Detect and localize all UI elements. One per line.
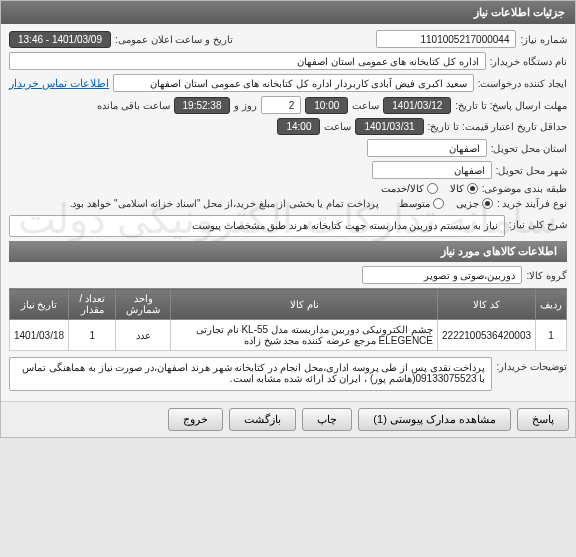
deadline-date: 1401/03/12 [383,97,451,114]
radio-partial-label: جزیی [456,198,479,209]
days-label: روز و [234,100,257,111]
th-row: ردیف [536,289,567,320]
back-button[interactable]: بازگشت [229,408,296,431]
radio-partial[interactable]: جزیی [456,198,493,209]
cell-qty: 1 [69,320,116,351]
desc-value: نیاز به سیستم دوربین مداربسته جهت کتابخا… [9,215,505,237]
notes-value: پرداخت نقدی پس از طی پروسه اداری،محل انج… [9,357,492,391]
city-value: اصفهان [372,161,492,179]
radio-dot-icon [427,183,438,194]
requester-value: سعید اکبری فیض آبادی کاربردار اداره کل ک… [113,74,474,92]
radio-goods-label: کالا [450,183,464,194]
cell-code: 2222100536420003 [438,320,536,351]
contact-link[interactable]: اطلاعات تماس خریدار [9,77,109,90]
group-label: گروه کالا: [526,270,567,281]
group-value: دوربین،صوتی و تصویر [362,266,522,284]
buy-note: پرداخت تمام یا بخشی از مبلغ خرید،از محل … [70,198,379,209]
announce-label: تاریخ و ساعت اعلان عمومی: [115,34,233,45]
exit-button[interactable]: خروج [168,408,223,431]
notes-label: توضیحات خریدار: [496,357,567,372]
answer-button[interactable]: پاسخ [517,408,569,431]
table-row[interactable]: 1 2222100536420003 چشم الکترونیکی دوربین… [10,320,567,351]
validity-time: 14:00 [277,118,320,135]
th-qty: تعداد / مقدار [69,289,116,320]
radio-medium[interactable]: متوسط [399,198,444,209]
cell-unit: عدد [116,320,171,351]
remain-time: 19:52:38 [174,97,231,114]
days-value: 2 [261,96,301,114]
radio-medium-label: متوسط [399,198,430,209]
th-code: کد کالا [438,289,536,320]
items-section-title: اطلاعات کالاهای مورد نیاز [9,241,567,262]
radio-dot-icon [433,198,444,209]
need-no-label: شماره نیاز: [520,34,567,45]
cell-date: 1401/03/18 [10,320,69,351]
time-label-2: ساعت [324,121,351,132]
buyer-label: نام دستگاه خریدار: [490,56,567,67]
validity-label: حداقل تاریخ اعتبار قیمت: تا تاریخ: [428,121,567,132]
city-label: شهر محل تحویل: [496,165,567,176]
buyer-value: اداره کل کتابخانه های عمومی استان اصفهان [9,52,486,70]
class-label: طبقه بندی موضوعی: [482,183,567,194]
remain-label: ساعت باقی مانده [97,100,170,111]
print-button[interactable]: چاپ [302,408,352,431]
time-label-1: ساعت [352,100,379,111]
radio-dot-icon [467,183,478,194]
buy-type-label: نوع فرآیند خرید : [497,198,567,209]
radio-goods[interactable]: کالا [450,183,478,194]
announce-value: 1401/03/09 - 13:46 [9,31,111,48]
panel-title: جزئیات اطلاعات نیاز [1,1,575,24]
th-name: نام کالا [171,289,438,320]
deadline-label: مهلت ارسال پاسخ: تا تاریخ: [455,100,567,111]
validity-date: 1401/03/31 [355,118,423,135]
attachments-button[interactable]: مشاهده مدارک پیوستی (1) [358,408,511,431]
items-table: ردیف کد کالا نام کالا واحد شمارش تعداد /… [9,288,567,351]
radio-dot-icon [482,198,493,209]
desc-label: شرح کلی نیاز: [509,215,567,230]
th-unit: واحد شمارش [116,289,171,320]
need-no-value: 1101005217000044 [376,30,516,48]
cell-row: 1 [536,320,567,351]
province-label: استان محل تحویل: [491,143,567,154]
footer-toolbar: پاسخ مشاهده مدارک پیوستی (1) چاپ بازگشت … [1,401,575,437]
province-value: اصفهان [367,139,487,157]
radio-service[interactable]: کالا/خدمت [381,183,438,194]
cell-name: چشم الکترونیکی دوربین مداربسته مدل KL-55… [171,320,438,351]
radio-service-label: کالا/خدمت [381,183,424,194]
th-date: تاریخ نیاز [10,289,69,320]
deadline-time: 10:00 [305,97,348,114]
requester-label: ایجاد کننده درخواست: [478,78,567,89]
